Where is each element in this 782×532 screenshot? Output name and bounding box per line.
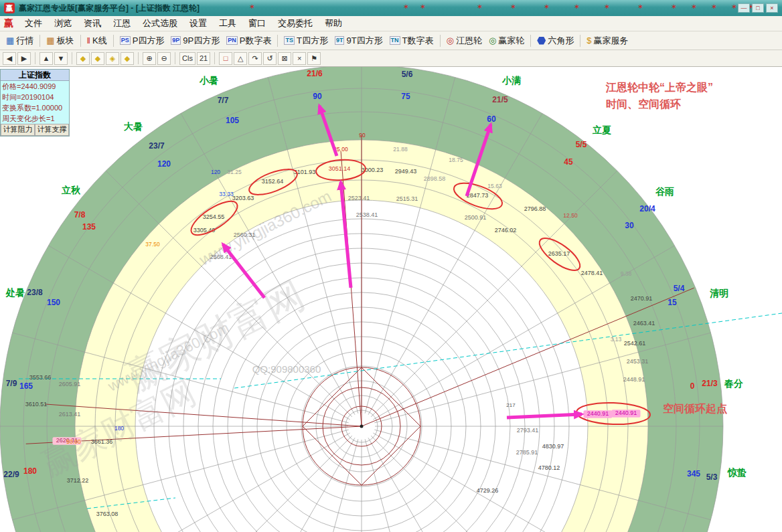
menu-item[interactable]: 交易委托 <box>272 16 319 31</box>
toolbar-item[interactable]: ▦行情 <box>3 33 37 48</box>
menu-item[interactable]: 浏览 <box>48 16 78 31</box>
menu-logo-icon: 赢 <box>4 17 13 29</box>
titlebar-mark: ∗ <box>711 3 716 10</box>
titlebar-mark: ∗ <box>403 3 408 10</box>
back-button[interactable]: ◀ <box>3 52 16 65</box>
diamond-tool-1[interactable]: ◆ <box>76 52 90 65</box>
wheel-outer-label: 150 <box>47 298 60 307</box>
menu-item[interactable]: 公式选股 <box>137 16 183 31</box>
wheel-outer-label: 105 <box>226 116 239 125</box>
minimize-button[interactable]: — <box>738 3 750 13</box>
diamond-tool-4[interactable]: ◆ <box>121 52 134 65</box>
toolbar-item[interactable]: ‖K线 <box>84 33 110 48</box>
wheel-number: 3051.14 <box>329 165 351 172</box>
titlebar-mark: ∗ <box>420 3 425 10</box>
triangle-tool[interactable]: △ <box>234 52 247 65</box>
toolbar-separator <box>40 35 40 47</box>
toolbar-item[interactable]: 六角形 <box>534 33 577 48</box>
rect-tool[interactable]: □ <box>219 52 232 65</box>
gann-wheel-svg[interactable]: 赢家财富网www.yingjia360.com赢家财富网www.yingjia3… <box>0 67 782 532</box>
arc-tool[interactable]: ↷ <box>248 52 262 65</box>
toolbar-item[interactable]: PSP四方形 <box>116 33 168 48</box>
calendar-21-button[interactable]: 21 <box>197 52 210 65</box>
maximize-button[interactable]: □ <box>752 3 764 13</box>
wheel-outer-label: 处暑 <box>5 287 25 298</box>
wheel-number: 4830.97 <box>542 443 564 450</box>
toolbar-item[interactable]: 9P9P四方形 <box>167 33 223 48</box>
watermark: QQ:909800360 <box>252 363 321 375</box>
wheel-number: 2542.61 <box>624 340 646 347</box>
app-logo-icon: 赢 <box>4 3 15 13</box>
menu-item[interactable]: 帮助 <box>319 16 348 31</box>
diamond-tool-2[interactable]: ◆ <box>91 52 104 65</box>
toolbar-item[interactable]: 9T9T四方形 <box>331 33 386 48</box>
wheel-outer-label: 22/9 <box>3 470 19 479</box>
annotation-text: 时间、空间循环 <box>606 98 681 110</box>
toolbar-item-label: P数字表 <box>240 35 272 47</box>
close-button[interactable]: × <box>766 3 778 13</box>
wheel-outer-label: 清明 <box>710 288 728 298</box>
toolbar-separator <box>72 52 72 64</box>
rotate-tool[interactable]: ↺ <box>263 52 277 65</box>
wheel-number: 3152.64 <box>262 178 284 185</box>
menu-item[interactable]: 设置 <box>183 16 213 31</box>
filter-tool[interactable]: ▼ <box>54 52 68 65</box>
toolbar-item[interactable]: ◎赢家轮 <box>485 33 528 48</box>
info-button[interactable]: 计算阻力 <box>1 124 35 136</box>
wheel-number: 2793.41 <box>517 427 539 434</box>
info-rows: 价格=2440.9099时间=20190104变换系数=1.00000周天变化步… <box>1 81 69 124</box>
quotes-grid-icon: ▦ <box>6 36 14 45</box>
titlebar-mark: ∗ <box>637 3 643 10</box>
menu-item[interactable]: 工具 <box>213 16 242 31</box>
zoom-in-button[interactable]: ⊕ <box>143 52 156 65</box>
toolbar-item[interactable]: ▦板块 <box>43 33 77 48</box>
toolbar-item[interactable]: TST四方形 <box>281 33 331 48</box>
pointer-tool[interactable]: ▲ <box>40 52 53 65</box>
toolbar-item-label: 板块 <box>57 35 74 47</box>
wheel-number: 21.88 <box>393 146 408 153</box>
wheel-number: 180 <box>114 425 124 432</box>
info-row: 周天变化步长=1 <box>1 113 69 124</box>
titlebar-mark: ∗ <box>671 3 676 10</box>
wheel-outer-label: 45 <box>564 157 573 167</box>
toolbar-item[interactable]: TNT数字表 <box>386 33 437 48</box>
flag-tool[interactable]: ⚑ <box>307 52 321 65</box>
chart-canvas[interactable]: 赢家财富网www.yingjia360.com赢家财富网www.yingjia3… <box>0 67 782 532</box>
zoom-out-button[interactable]: ⊖ <box>157 52 171 65</box>
toolbar-item[interactable]: ◎江恩轮 <box>443 33 485 48</box>
menu-item[interactable]: 文件 <box>19 16 48 31</box>
boxed-x-tool[interactable]: ⊠ <box>278 52 291 65</box>
wheel-outer-label: 21/6 <box>307 69 323 78</box>
info-row: 价格=2440.9099 <box>1 81 69 92</box>
wheel-number: 3203.63 <box>232 195 254 201</box>
wheel-number: 2440.91 <box>615 410 637 416</box>
menu-item[interactable]: 资讯 <box>78 16 107 31</box>
wheel-number: 2470.91 <box>631 295 653 302</box>
wheel-outer-label: 345 <box>687 469 700 478</box>
forward-button[interactable]: ▶ <box>17 52 31 65</box>
wheel-number: 2463.41 <box>633 320 655 327</box>
clear-button[interactable]: Cls <box>179 52 196 65</box>
info-row: 变换系数=1.00000 <box>1 102 69 113</box>
diamond-tool-3[interactable]: ◈ <box>106 52 119 65</box>
wheel-outer-label: 立夏 <box>592 124 611 135</box>
wheel-number: 3712.22 <box>67 477 89 484</box>
toolbar-item-label: 六角形 <box>548 35 574 47</box>
toolbar-item-label: T四方形 <box>297 35 328 47</box>
menu-item[interactable]: 窗口 <box>242 16 272 31</box>
toolbar-item[interactable]: PNP数字表 <box>223 33 275 48</box>
wheel-outer-label: 5/3 <box>706 472 718 482</box>
cross-tool[interactable]: × <box>293 52 306 65</box>
toolbar-separator <box>113 35 114 47</box>
toolbar-item-label: 赢家轮 <box>498 35 524 47</box>
info-button[interactable]: 计算支撑 <box>35 124 69 136</box>
wheel-number: 2478.41 <box>581 270 603 276</box>
menu-item[interactable]: 江恩 <box>107 16 137 31</box>
toolbar-item[interactable]: $赢家服务 <box>583 33 631 48</box>
info-panel: 上证指数 价格=2440.9099时间=20190104变换系数=1.00000… <box>0 69 70 137</box>
wheel-number: 3254.55 <box>203 213 225 220</box>
wheel-number: 2613.41 <box>59 411 81 418</box>
wheel-outer-label: 90 <box>313 92 322 101</box>
wheel-outer-label: 春分 <box>724 378 743 389</box>
wheel-outer-label: 7/8 <box>74 210 86 219</box>
